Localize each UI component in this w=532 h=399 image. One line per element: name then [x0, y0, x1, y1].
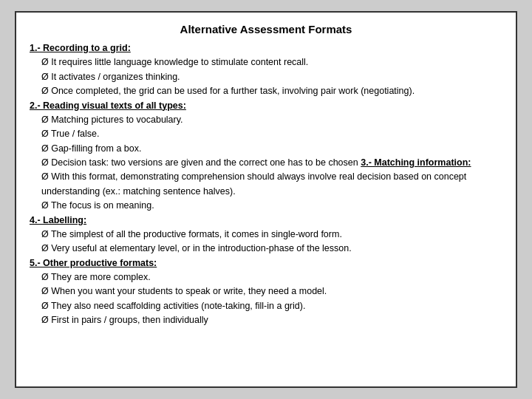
section-1-heading: 1.- Recording to a grid: [30, 41, 502, 55]
section-4-bullet-1: Ø The simplest of all the productive for… [30, 228, 502, 242]
section-1-bullet-1: Ø It requires little language knowledge … [30, 55, 502, 69]
section-2-heading: 2.- Reading visual texts of all types: [30, 99, 502, 113]
slide-container: Alternative Assessment Formats 1.- Recor… [15, 11, 517, 388]
slide-content: 1.- Recording to a grid: Ø It requires l… [30, 41, 502, 328]
section-2-bullet-3: Ø Gap-filling from a box. [30, 142, 502, 156]
section-3-bullet-2: Ø The focus is on meaning. [30, 199, 502, 213]
section-5-heading: 5.- Other productive formats: [30, 256, 502, 270]
section-3-bullet-1: Ø With this format, demonstrating compre… [30, 170, 502, 199]
section-1-bullet-2: Ø It activates / organizes thinking. [30, 70, 502, 84]
section-5-bullet-4: Ø First in pairs / groups, then individu… [30, 313, 502, 327]
section-5-bullet-2: Ø When you want your students to speak o… [30, 284, 502, 299]
section-2-bullet-4: Ø Decision task: two versions are given … [30, 156, 502, 170]
section-5-bullet-1: Ø They are more complex. [30, 270, 502, 284]
slide-title: Alternative Assessment Formats [30, 23, 502, 35]
section-5-bullet-3: Ø They also need scaffolding activities … [30, 299, 502, 313]
section-2-bullet-1: Ø Matching pictures to vocabulary. [30, 113, 502, 127]
section-1-bullet-3: Ø Once completed, the grid can be used f… [30, 84, 502, 98]
section-2-bullet-2: Ø True / false. [30, 127, 502, 141]
section-4-heading: 4.- Labelling: [30, 214, 502, 228]
section-4-bullet-2: Ø Very useful at elementary level, or in… [30, 242, 502, 256]
